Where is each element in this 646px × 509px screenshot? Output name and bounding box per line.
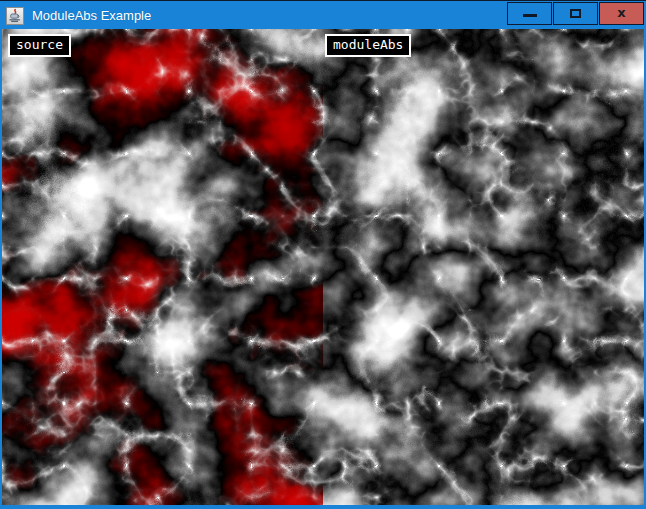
titlebar[interactable]: ModuleAbs Example x bbox=[0, 2, 646, 29]
moduleabs-label: moduleAbs bbox=[325, 34, 411, 57]
panel-source-image bbox=[2, 29, 323, 505]
window-controls: x bbox=[507, 2, 644, 26]
content-area: source moduleAbs bbox=[2, 29, 644, 505]
java-coffee-glyph bbox=[7, 8, 23, 24]
close-button[interactable]: x bbox=[599, 2, 644, 25]
minimize-icon bbox=[523, 14, 537, 17]
java-coffee-icon[interactable] bbox=[6, 7, 24, 25]
minimize-button[interactable] bbox=[507, 2, 552, 25]
maximize-button[interactable] bbox=[553, 2, 598, 25]
source-label: source bbox=[8, 34, 71, 57]
noise-texture bbox=[2, 29, 644, 505]
window-title: ModuleAbs Example bbox=[32, 8, 151, 23]
maximize-icon bbox=[570, 9, 581, 18]
window: ModuleAbs Example x bbox=[0, 0, 646, 509]
close-icon: x bbox=[617, 6, 625, 19]
